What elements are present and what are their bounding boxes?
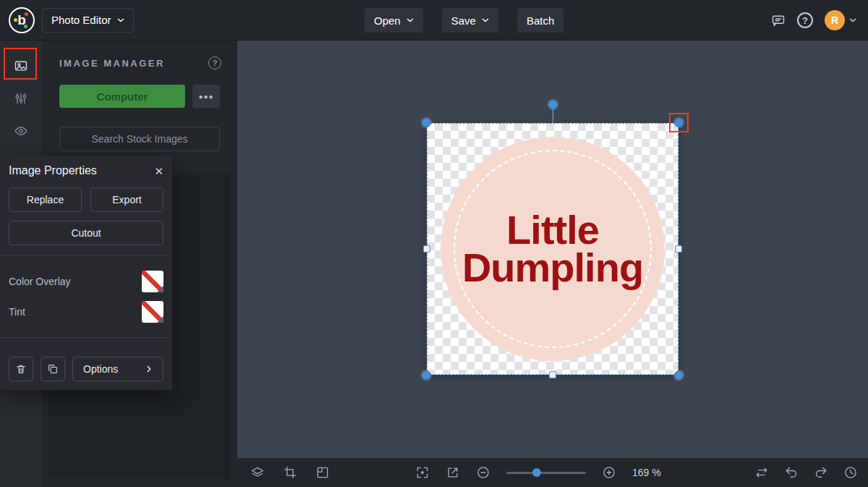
toolbar-left-group [250,458,330,487]
logo-dot-green [24,25,27,28]
rail-image-manager-tab[interactable] [0,49,42,82]
eye-icon [14,124,28,138]
image-icon [14,59,28,73]
options-label: Options [83,363,118,375]
save-button[interactable]: Save [442,8,498,33]
canvas-area[interactable]: Little Dumpling [237,41,868,487]
save-label: Save [451,14,476,27]
replace-button[interactable]: Replace [9,187,82,212]
layers-button[interactable] [250,465,265,480]
stock-image-search-input[interactable] [59,127,220,151]
tint-swatch[interactable] [142,301,163,323]
sliders-icon [14,91,28,106]
rail-effects-tab[interactable] [0,114,42,147]
topbar-center-actions: Open Save Batch [365,8,563,33]
rail-edit-tab[interactable] [0,82,42,114]
image-properties-title: Image Properties [9,164,97,177]
history-clock-icon [843,465,858,480]
app-menu-button[interactable]: Photo Editor [42,8,134,33]
selection-handle-middle-right[interactable] [675,245,682,253]
close-icon: ✕ [154,165,163,177]
redo-button[interactable] [814,465,828,480]
open-in-new-icon [446,465,460,480]
color-overlay-row: Color Overlay [9,266,163,297]
selection-handle-top-right[interactable] [674,118,684,127]
export-label: Export [112,194,141,206]
image-properties-panel: Image Properties ✕ Replace Export Cutout… [0,156,172,390]
chat-icon [771,13,786,27]
duplicate-icon [47,363,59,375]
delete-button[interactable] [9,357,33,381]
logo-dot-red [25,12,28,16]
minus-circle-icon [476,465,490,480]
avatar: R [825,10,845,30]
chevron-down-icon [482,18,489,22]
image-manager-help-button[interactable]: ? [208,56,221,69]
help-icon: ? [797,12,813,28]
artwork-line-1: Little [506,211,599,249]
duplicate-button[interactable] [41,357,65,381]
zoom-slider-knob[interactable] [532,468,541,477]
open-button[interactable]: Open [365,8,423,33]
cutout-button[interactable]: Cutout [9,221,163,245]
tint-label: Tint [9,306,25,318]
close-button[interactable]: ✕ [154,166,163,177]
fit-to-screen-button[interactable] [415,465,430,480]
undo-icon [784,465,799,480]
computer-upload-button[interactable]: Computer [59,85,185,108]
zoom-slider-track[interactable] [506,472,586,474]
image-manager-actions: Computer ●●● [42,69,237,108]
batch-label: Batch [527,14,554,27]
zoom-level-value: 169 % [632,467,661,478]
chevron-right-icon [147,365,151,373]
chevron-down-icon [117,18,124,22]
artwork-line-2: Dumpling [462,249,643,287]
artwork-circle: Little Dumpling [441,137,665,361]
more-sources-button[interactable]: ●●● [192,85,220,108]
topbar-right-actions: ? R [771,0,856,41]
cutout-label: Cutout [71,227,101,239]
image-properties-header: Image Properties ✕ [0,156,172,185]
divider [0,255,172,256]
layers-icon [250,465,265,480]
account-menu[interactable]: R [825,10,856,30]
rotate-handle[interactable] [548,100,558,109]
more-icon: ●●● [198,93,213,101]
batch-button[interactable]: Batch [517,8,563,33]
zoom-out-button[interactable] [476,465,490,480]
logo-dot-yellow [14,18,17,22]
open-label: Open [374,14,401,27]
selection-handle-bottom-right[interactable] [674,370,684,380]
color-overlay-label: Color Overlay [9,276,71,287]
befunky-logo[interactable]: b [9,7,35,33]
selection-handle-bottom-center[interactable] [549,371,556,378]
avatar-initial: R [831,14,838,26]
selected-image[interactable]: Little Dumpling [427,123,678,375]
plus-circle-icon [602,465,616,480]
feedback-button[interactable] [771,13,786,27]
history-button[interactable] [843,465,858,480]
toolbar-zoom-group: 169 % [415,458,661,487]
selection-handle-top-left[interactable] [422,118,431,127]
image-manager-header: IMAGE MANAGER ? [42,41,237,69]
image-manager-title: IMAGE MANAGER [59,58,165,69]
resize-button[interactable] [315,465,330,480]
chevron-down-icon [849,18,856,22]
fit-screen-icon [415,465,430,480]
color-overlay-swatch[interactable] [142,271,163,292]
compare-button[interactable] [754,465,769,480]
topbar: b Photo Editor Open Save Batch ? R [0,0,868,41]
help-button[interactable]: ? [797,12,813,28]
divider [0,337,172,338]
crop-button[interactable] [283,465,297,480]
selection-handle-middle-left[interactable] [423,245,430,253]
zoom-slider[interactable] [506,467,586,478]
zoom-in-button[interactable] [602,465,616,480]
chevron-down-icon [407,18,414,22]
fullscreen-button[interactable] [446,465,460,480]
options-button[interactable]: Options [72,357,163,381]
selection-handle-bottom-left[interactable] [422,370,431,380]
undo-button[interactable] [784,465,799,480]
crop-icon [283,465,297,480]
export-button[interactable]: Export [90,187,163,212]
